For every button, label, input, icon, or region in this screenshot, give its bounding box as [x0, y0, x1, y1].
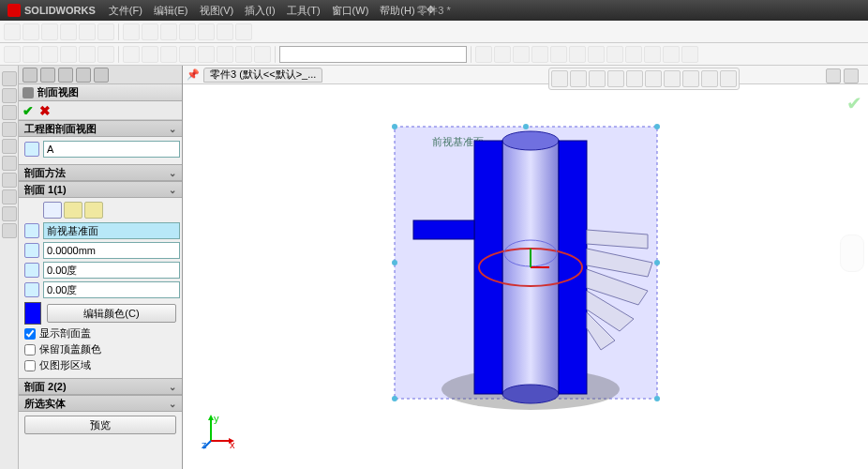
- offset-input[interactable]: [43, 242, 180, 259]
- tb-icon-2[interactable]: [198, 23, 215, 40]
- prev-view-icon[interactable]: [589, 70, 606, 87]
- select-icon[interactable]: [160, 23, 177, 40]
- feat-icon[interactable]: [681, 46, 698, 63]
- tab-display[interactable]: [76, 68, 91, 83]
- section-view-icon[interactable]: [607, 70, 624, 87]
- strip-icon[interactable]: [2, 173, 17, 188]
- new-icon[interactable]: [4, 23, 21, 40]
- show-cap-checkbox[interactable]: [24, 328, 36, 340]
- strip-icon[interactable]: [2, 105, 17, 120]
- tab-more[interactable]: [94, 68, 109, 83]
- menu-insert[interactable]: 插入(I): [239, 4, 280, 18]
- feat-icon[interactable]: [123, 46, 140, 63]
- document-tab[interactable]: 零件3 (默认<<默认>_...: [203, 68, 322, 83]
- feat-icon[interactable]: [60, 46, 77, 63]
- feat-icon[interactable]: [606, 46, 623, 63]
- view-orient-icon[interactable]: [626, 70, 643, 87]
- plane-top-button[interactable]: [64, 202, 82, 219]
- menu-file[interactable]: 文件(F): [103, 4, 148, 18]
- keep-cap-color-checkbox[interactable]: [24, 344, 36, 356]
- open-icon[interactable]: [22, 23, 39, 40]
- tab-property[interactable]: [40, 68, 55, 83]
- feat-icon[interactable]: [198, 46, 215, 63]
- redo-icon[interactable]: [97, 23, 114, 40]
- graphics-viewport[interactable]: 📌 零件3 (默认<<默认>_... ✔: [183, 66, 868, 469]
- feat-icon[interactable]: [160, 46, 177, 63]
- feat-icon[interactable]: [4, 46, 21, 63]
- filter-dropdown[interactable]: [279, 46, 467, 63]
- ok-button[interactable]: ✔: [22, 103, 34, 118]
- feat-icon[interactable]: [79, 46, 96, 63]
- section-selected-header[interactable]: 所选实体 ⌄: [19, 395, 182, 412]
- hide-show-icon[interactable]: [664, 70, 681, 87]
- feat-icon[interactable]: [588, 46, 605, 63]
- section-1-header[interactable]: 剖面 1(1) ⌄: [19, 181, 182, 198]
- undo-icon[interactable]: [79, 23, 96, 40]
- feat-icon[interactable]: [217, 46, 233, 63]
- plane-front-button[interactable]: [43, 202, 62, 219]
- feat-icon[interactable]: [254, 46, 271, 63]
- edit-appearance-icon[interactable]: [682, 70, 699, 87]
- strip-icon[interactable]: [2, 122, 17, 137]
- strip-icon[interactable]: [2, 223, 17, 238]
- plane-right-button[interactable]: [84, 202, 103, 219]
- feat-icon[interactable]: [569, 46, 586, 63]
- restore-icon[interactable]: [826, 68, 841, 83]
- tab-config[interactable]: [58, 68, 73, 83]
- zoom-area-icon[interactable]: [570, 70, 587, 87]
- feat-icon[interactable]: [475, 46, 492, 63]
- strip-icon[interactable]: [2, 189, 17, 204]
- feat-icon[interactable]: [41, 46, 58, 63]
- zoom-fit-icon[interactable]: [551, 70, 568, 87]
- section-label-input[interactable]: [43, 141, 180, 158]
- logo-icon: [7, 4, 21, 17]
- menu-view[interactable]: 视图(V): [194, 4, 240, 18]
- strip-icon[interactable]: [2, 88, 17, 103]
- section-color-swatch[interactable]: [24, 302, 41, 325]
- feat-icon[interactable]: [179, 46, 196, 63]
- section-method-header[interactable]: 剖面方法 ⌄: [19, 164, 182, 181]
- tb-icon-3[interactable]: [217, 23, 233, 40]
- preview-button[interactable]: 预览: [24, 416, 176, 434]
- tb-icon-1[interactable]: [179, 23, 196, 40]
- angle-x-input[interactable]: [43, 262, 180, 279]
- feat-icon[interactable]: [494, 46, 511, 63]
- view-settings-icon[interactable]: [720, 70, 737, 87]
- strip-icon[interactable]: [2, 71, 17, 86]
- graphics-only-checkbox[interactable]: [24, 360, 36, 371]
- print-icon[interactable]: [60, 23, 77, 40]
- plane-input[interactable]: [43, 222, 180, 239]
- feat-icon[interactable]: [235, 46, 252, 63]
- strip-icon[interactable]: [2, 139, 17, 154]
- menu-tools[interactable]: 工具(T): [281, 4, 326, 18]
- edit-color-button[interactable]: 编辑颜色(C): [47, 304, 176, 323]
- feat-icon[interactable]: [644, 46, 661, 63]
- pin-icon[interactable]: 📌: [187, 68, 200, 81]
- tb-icon-4[interactable]: [235, 23, 252, 40]
- angle-y-input[interactable]: [43, 281, 180, 298]
- cancel-button[interactable]: ✖: [39, 103, 51, 118]
- tab-feature-tree[interactable]: [22, 68, 37, 83]
- rebuild-icon[interactable]: [123, 23, 140, 40]
- feat-icon[interactable]: [142, 46, 158, 63]
- menu-help[interactable]: 帮助(H): [374, 4, 420, 18]
- maximize-icon[interactable]: [844, 68, 859, 83]
- menu-edit[interactable]: 编辑(E): [148, 4, 194, 18]
- strip-icon[interactable]: [2, 206, 17, 221]
- feat-icon[interactable]: [22, 46, 39, 63]
- section-drawing-header[interactable]: 工程图剖面视图 ⌄: [19, 120, 182, 137]
- feat-icon[interactable]: [550, 46, 567, 63]
- section-2-header[interactable]: 剖面 2(2) ⌄: [19, 378, 182, 395]
- feat-icon[interactable]: [97, 46, 114, 63]
- feat-icon[interactable]: [531, 46, 548, 63]
- save-icon[interactable]: [41, 23, 58, 40]
- orientation-triad[interactable]: y x z: [202, 413, 239, 450]
- feat-icon[interactable]: [663, 46, 680, 63]
- strip-icon[interactable]: [2, 156, 17, 171]
- feat-icon[interactable]: [513, 46, 530, 63]
- menu-window[interactable]: 窗口(W): [326, 4, 375, 18]
- feat-icon[interactable]: [625, 46, 642, 63]
- options-icon[interactable]: [142, 23, 158, 40]
- apply-scene-icon[interactable]: [701, 70, 718, 87]
- display-style-icon[interactable]: [645, 70, 662, 87]
